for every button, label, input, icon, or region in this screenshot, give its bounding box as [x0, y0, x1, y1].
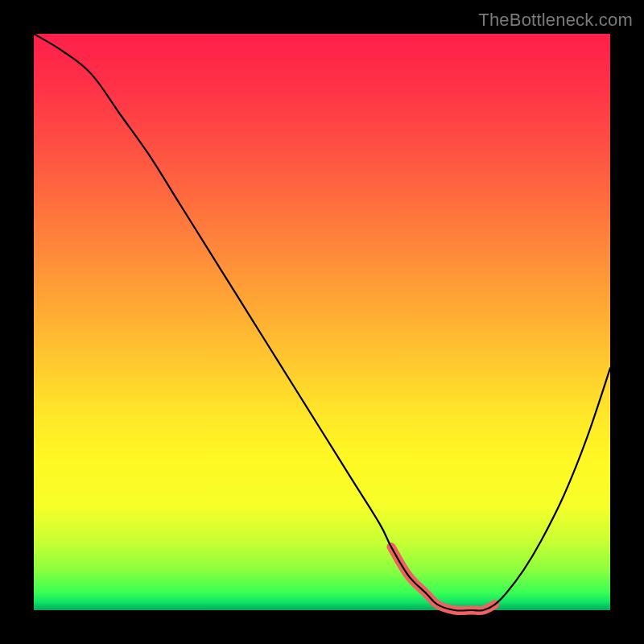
optimal-range-highlight [391, 547, 495, 610]
curve-svg [34, 34, 610, 610]
watermark-text: TheBottleneck.com [478, 10, 633, 31]
chart-frame: TheBottleneck.com [0, 0, 644, 644]
plot-area [34, 34, 610, 610]
bottleneck-curve [34, 34, 610, 611]
